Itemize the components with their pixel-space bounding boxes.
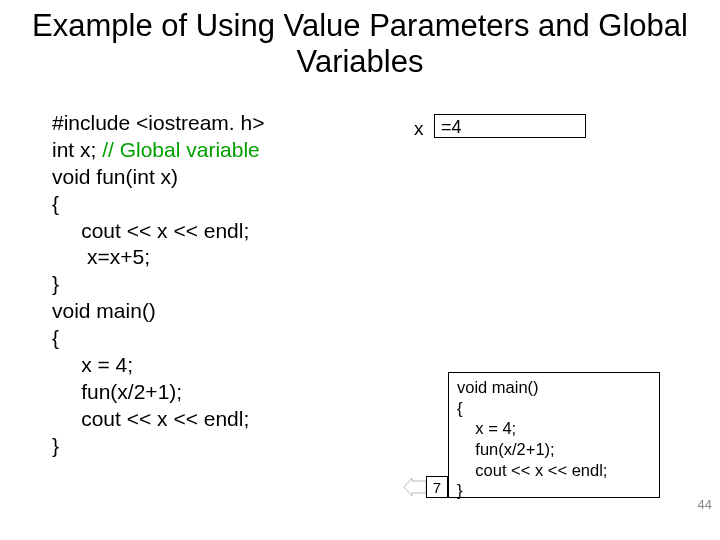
trace-line: }	[457, 481, 463, 499]
arrow-icon	[404, 478, 426, 496]
code-line: {	[52, 192, 59, 215]
code-line: x = 4;	[52, 353, 133, 376]
trace-line: void main()	[457, 378, 539, 396]
code-line: cout << x << endl;	[52, 407, 249, 430]
code-line: int x;	[52, 138, 102, 161]
code-block-left: #include <iostream. h> int x; // Global …	[52, 110, 264, 459]
code-comment: // Global variable	[102, 138, 260, 161]
code-line: cout << x << endl;	[52, 219, 249, 242]
code-line: void fun(int x)	[52, 165, 178, 188]
code-line: #include <iostream. h>	[52, 111, 264, 134]
main-trace-box: void main() { x = 4; fun(x/2+1); cout <<…	[448, 372, 660, 498]
code-line: }	[52, 434, 59, 457]
page-number: 44	[698, 497, 712, 512]
code-line: fun(x/2+1);	[52, 380, 182, 403]
trace-line: cout << x << endl;	[457, 461, 607, 479]
trace-line: fun(x/2+1);	[457, 440, 555, 458]
code-line: x=x+5;	[52, 245, 150, 268]
slide: Example of Using Value Parameters and Gl…	[0, 0, 720, 540]
variable-x-label: x	[414, 118, 424, 140]
slide-title: Example of Using Value Parameters and Gl…	[0, 8, 720, 79]
trace-line: x = 4;	[457, 419, 516, 437]
variable-x-box: =4	[434, 114, 586, 138]
code-line: {	[52, 326, 59, 349]
code-line: void main()	[52, 299, 156, 322]
trace-line: {	[457, 399, 463, 417]
code-line: }	[52, 272, 59, 295]
value-seven-box: 7	[426, 476, 448, 498]
